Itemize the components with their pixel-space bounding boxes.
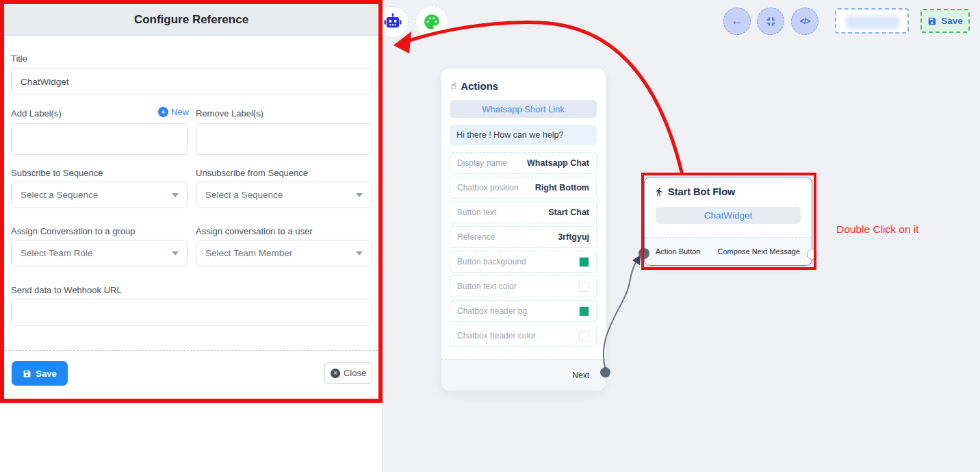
color-swatch[interactable] bbox=[579, 306, 589, 316]
property-label: Button text color bbox=[457, 282, 517, 291]
property-row[interactable]: Button textStart Chat bbox=[450, 201, 597, 223]
color-swatch[interactable] bbox=[579, 331, 589, 341]
pointer-hand-icon: ☝ bbox=[450, 79, 456, 92]
title-field-label: Title bbox=[11, 53, 27, 64]
assign-group-label: Assign Conversation to a group bbox=[11, 226, 135, 236]
property-label: Button text bbox=[457, 208, 496, 217]
close-icon: × bbox=[331, 369, 340, 378]
property-row[interactable]: Reference3rftgyuj bbox=[450, 226, 597, 248]
configure-reference-panel: Configure Reference Title Add Label(s) +… bbox=[0, 0, 383, 472]
subscribe-sequence-select[interactable]: Select a Sequence bbox=[11, 182, 188, 208]
property-row[interactable]: Chatbox header bg bbox=[450, 300, 597, 322]
arrow-left-icon: ← bbox=[732, 14, 743, 28]
property-row[interactable]: Display nameWhatsapp Chat bbox=[450, 152, 597, 174]
double-click-annotation: Double Click on it bbox=[836, 223, 919, 236]
property-label: Display name bbox=[457, 158, 507, 168]
toolbar-save-button[interactable]: Save bbox=[920, 9, 970, 33]
property-value: Start Chat bbox=[548, 208, 589, 217]
remove-labels-input[interactable] bbox=[196, 123, 372, 155]
assign-user-value: Select Team Member bbox=[205, 248, 292, 258]
flow-builder-canvas: Configure Reference Title Add Label(s) +… bbox=[0, 0, 980, 472]
chevron-down-icon bbox=[172, 193, 179, 197]
node-footer: Action Button Compose Next Message bbox=[645, 237, 811, 265]
start-bot-flow-node[interactable]: Start Bot Flow ChatWidget Action Button … bbox=[644, 177, 812, 266]
new-label-link[interactable]: + New bbox=[158, 107, 189, 117]
actions-card-title: ☝ Actions bbox=[450, 79, 498, 92]
property-value: 3rftgyuj bbox=[558, 232, 589, 242]
new-label-text: New bbox=[171, 107, 189, 117]
theme-button[interactable] bbox=[415, 5, 448, 38]
panel-save-label: Save bbox=[36, 369, 56, 379]
title-input[interactable] bbox=[11, 68, 372, 95]
panel-close-button[interactable]: × Close bbox=[324, 362, 372, 384]
flow-name-input[interactable] bbox=[835, 8, 909, 34]
assign-user-label: Assign conversation to a user bbox=[196, 226, 313, 236]
property-row[interactable]: Button text color bbox=[450, 275, 597, 297]
next-label: Next bbox=[572, 371, 589, 380]
actions-card-footer: Next bbox=[441, 359, 606, 390]
unsubscribe-sequence-select[interactable]: Select a Sequence bbox=[196, 182, 372, 208]
compose-next-message-port-label: Compose Next Message bbox=[718, 247, 800, 256]
unsubscribe-sequence-label: Unsubscribe from Sequence bbox=[196, 168, 308, 178]
remove-labels-label: Remove Label(s) bbox=[196, 108, 263, 119]
panel-title: Configure Reference bbox=[4, 5, 378, 36]
property-row[interactable]: Chatbox header color bbox=[450, 325, 597, 347]
add-labels-input[interactable] bbox=[11, 123, 188, 155]
property-value: Right Bottom bbox=[535, 183, 589, 192]
floppy-disk-icon bbox=[927, 16, 937, 26]
embed-code-button[interactable]: </> bbox=[791, 8, 818, 35]
node-output-port[interactable] bbox=[807, 249, 818, 260]
walking-person-icon bbox=[654, 186, 664, 197]
toolbar-save-label: Save bbox=[941, 16, 963, 26]
panel-close-label: Close bbox=[344, 368, 366, 378]
plus-icon: + bbox=[158, 107, 168, 117]
assign-group-select[interactable]: Select Team Role bbox=[11, 240, 188, 266]
flow-connector-line bbox=[604, 260, 637, 372]
greeting-message[interactable]: Hi there ! How can we help? bbox=[450, 125, 597, 145]
property-row[interactable]: Chatbox positionRight Bottom bbox=[450, 177, 597, 199]
chevron-down-icon bbox=[172, 251, 179, 256]
property-label: Button background bbox=[457, 257, 526, 266]
actions-title-text: Actions bbox=[461, 80, 498, 92]
subscribe-sequence-label: Subscribe to Sequence bbox=[11, 168, 103, 178]
property-label: Chatbox position bbox=[457, 183, 518, 192]
color-swatch[interactable] bbox=[579, 257, 589, 267]
robot-icon bbox=[384, 13, 402, 31]
property-row[interactable]: Button background bbox=[450, 251, 597, 273]
action-button-port-label: Action Button bbox=[656, 247, 700, 256]
webhook-url-label: Send data to Webhook URL bbox=[11, 285, 122, 295]
panel-save-button[interactable]: Save bbox=[12, 361, 68, 386]
webhook-url-input[interactable] bbox=[11, 299, 372, 326]
property-label: Chatbox header bg bbox=[457, 306, 527, 316]
property-label: Reference bbox=[457, 232, 495, 242]
fit-view-button[interactable] bbox=[757, 8, 784, 35]
compress-icon bbox=[766, 16, 776, 27]
back-button[interactable]: ← bbox=[723, 8, 751, 35]
chevron-down-icon bbox=[356, 193, 363, 197]
footer-divider bbox=[5, 350, 378, 351]
blurred-flow-name bbox=[846, 16, 899, 29]
assign-group-value: Select Team Role bbox=[21, 248, 93, 258]
property-label: Chatbox header color bbox=[457, 331, 536, 340]
code-icon: </> bbox=[800, 16, 810, 26]
color-swatch[interactable] bbox=[579, 282, 589, 292]
chevron-down-icon bbox=[356, 251, 363, 256]
palette-icon bbox=[423, 13, 441, 31]
chatwidget-reference-button[interactable]: ChatWidget bbox=[656, 207, 801, 224]
floppy-disk-icon bbox=[23, 369, 31, 378]
assign-user-select[interactable]: Select Team Member bbox=[196, 240, 372, 266]
subscribe-sequence-value: Select a Sequence bbox=[21, 190, 98, 200]
whatsapp-short-link-button[interactable]: Whatsapp Short Link bbox=[450, 100, 597, 118]
node-title: Start Bot Flow bbox=[654, 186, 735, 197]
add-labels-label: Add Label(s) bbox=[11, 108, 62, 119]
actions-rows: Display nameWhatsapp ChatChatbox positio… bbox=[450, 152, 597, 349]
node-input-port[interactable] bbox=[639, 248, 649, 259]
next-output-port[interactable] bbox=[600, 367, 610, 377]
property-value: Whatsapp Chat bbox=[527, 158, 589, 168]
node-title-text: Start Bot Flow bbox=[668, 186, 735, 197]
actions-card: ☝ Actions Whatsapp Short Link Hi there !… bbox=[441, 69, 606, 390]
unsubscribe-sequence-value: Select a Sequence bbox=[205, 190, 283, 200]
